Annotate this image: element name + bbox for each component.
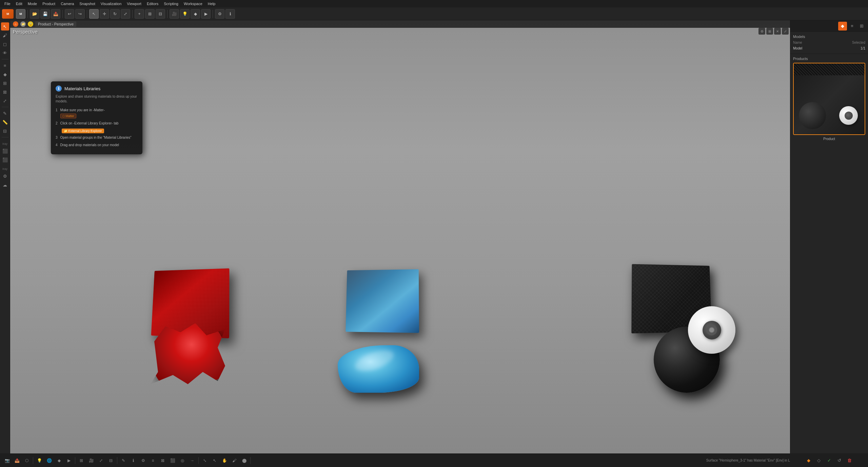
toolbar-info-btn[interactable]: ℹ: [225, 9, 235, 19]
rsb-check-btn[interactable]: ✓: [825, 456, 833, 465]
sb-extra-btn[interactable]: ◎: [178, 456, 187, 465]
viewport[interactable]: ⌂ 📁 🔒 Product - Perspective Perspective …: [10, 20, 790, 453]
tool-paint[interactable]: 🖌: [1, 31, 9, 39]
sb-annotation-btn[interactable]: ✎: [119, 456, 128, 465]
rs-model-row[interactable]: Model 1/1: [793, 46, 865, 51]
menu-workspace[interactable]: Workspace: [181, 1, 205, 6]
sb-arrow-btn[interactable]: →: [188, 456, 197, 465]
sb-texture-btn[interactable]: ⬛: [168, 456, 177, 465]
sb-env-btn[interactable]: 🌐: [45, 456, 54, 465]
materials-panel-title: Materials Libraries: [64, 86, 100, 91]
sb-mat-btn[interactable]: ◆: [55, 456, 63, 465]
mat-step-text-1: Make sure you are in -Matter-: [60, 108, 105, 113]
tool-eraser[interactable]: ◻: [1, 40, 9, 48]
menu-edit[interactable]: Edit: [14, 1, 25, 6]
tool-uv[interactable]: ⊠: [1, 88, 9, 96]
rsb-refresh-btn[interactable]: ↺: [835, 456, 844, 465]
tool-select[interactable]: ↖: [1, 22, 9, 31]
mat-step-4: 4 Drag and drop materials on your model: [56, 143, 138, 148]
toolbar-redo-btn[interactable]: ↪: [75, 9, 85, 19]
sidebar-div-2: [2, 107, 8, 107]
external-library-btn[interactable]: 📁 External Library Explorer: [62, 129, 104, 133]
rs-tab-models[interactable]: ◆: [838, 22, 847, 31]
toolbar-sep-6: [213, 10, 213, 18]
sb-object-btn[interactable]: ⬡: [22, 456, 31, 465]
sb-select-btn[interactable]: ↖: [210, 456, 219, 465]
tool-iray-4[interactable]: ☁: [1, 181, 9, 189]
sb-align-btn[interactable]: ⊟: [106, 456, 115, 465]
toolbar-camera-btn[interactable]: 🎥: [170, 9, 179, 19]
toolbar-snap-btn[interactable]: ⊞: [145, 9, 155, 19]
toolbar-settings-btn[interactable]: ⚙: [215, 9, 224, 19]
obj-blue-organic: [338, 345, 419, 393]
product-thumbnail[interactable]: [793, 63, 865, 135]
sb-layers-btn[interactable]: ≡: [149, 456, 157, 465]
menu-editors[interactable]: Editors: [144, 1, 161, 6]
sb-snap-btn[interactable]: 📷: [3, 456, 12, 465]
sb-resize-btn[interactable]: ⤡: [200, 456, 209, 465]
sb-grid-btn[interactable]: ⊞: [77, 456, 86, 465]
toolbar-light-btn[interactable]: 💡: [180, 9, 190, 19]
sb-drag-btn[interactable]: ✋: [220, 456, 229, 465]
sidebar-iray-label: Iray: [0, 142, 10, 145]
toolbar-grid-btn[interactable]: ⊟: [156, 9, 165, 19]
toolbar-select-btn[interactable]: ↖: [89, 9, 99, 19]
toolbar-open-btn[interactable]: 📂: [30, 9, 39, 19]
menu-mode[interactable]: Mode: [25, 1, 40, 6]
toolbar-rotate-btn[interactable]: ↻: [110, 9, 120, 19]
tool-materials[interactable]: ◆: [1, 70, 9, 78]
toolbar-material-btn[interactable]: ◆: [191, 9, 200, 19]
sb-export-btn[interactable]: 📤: [13, 456, 21, 465]
tool-layers[interactable]: ≡: [1, 61, 9, 70]
sb-transform-btn[interactable]: ⤢: [97, 456, 105, 465]
left-sidebar: ↖ 🖌 ◻ 👁 ≡ ◆ ⊞ ⊠ ⤢ ✎ 📏 ⊟ Iray ⬛ ⬛ Iray ⚙ …: [0, 20, 10, 453]
toolbar-render-btn[interactable]: ▶: [201, 9, 211, 19]
tool-transform[interactable]: ⤢: [1, 97, 9, 105]
menu-help[interactable]: Help: [205, 1, 218, 6]
tool-annotation[interactable]: ✎: [1, 109, 9, 117]
menu-visualization[interactable]: Visualization: [98, 1, 124, 6]
menu-product[interactable]: Product: [40, 1, 58, 6]
rs-products-title: Products: [793, 57, 865, 61]
sb-sep-2: [75, 457, 75, 464]
toolbar-undo-btn[interactable]: ↩: [65, 9, 74, 19]
menu-scripting[interactable]: Scripting: [161, 1, 181, 6]
rs-model-value: 1/1: [861, 46, 865, 50]
sb-camera-btn[interactable]: 🎥: [87, 456, 96, 465]
menu-file[interactable]: File: [2, 1, 13, 6]
toolbar-add-btn[interactable]: +: [135, 9, 144, 19]
sb-render-btn[interactable]: ▶: [64, 456, 73, 465]
tool-texture[interactable]: ⊞: [1, 79, 9, 87]
toolbar-matter-btn[interactable]: M: [16, 9, 25, 19]
sb-paint-btn[interactable]: 🖌: [230, 456, 239, 465]
menu-camera[interactable]: Camera: [58, 1, 76, 6]
toolbar-scale-btn[interactable]: ⤢: [121, 9, 130, 19]
menu-viewport[interactable]: Viewport: [124, 1, 144, 6]
sb-sep-3: [117, 457, 117, 464]
rsb-diamond-outline-btn[interactable]: ◇: [814, 456, 823, 465]
tool-align[interactable]: ⊟: [1, 127, 9, 135]
toolbar-move-btn[interactable]: ✛: [100, 9, 109, 19]
sb-mask-btn[interactable]: ⬤: [240, 456, 249, 465]
tool-iray-1[interactable]: ⬛: [1, 147, 9, 155]
sb-light-btn[interactable]: 💡: [35, 456, 44, 465]
rs-tab-layers[interactable]: ≡: [848, 22, 856, 31]
rs-tab-assets[interactable]: ⊞: [857, 22, 866, 31]
tool-iray-2[interactable]: ⬛: [1, 156, 9, 164]
toolbar-export-btn[interactable]: 📤: [51, 9, 60, 19]
rs-models-title: Models: [793, 35, 865, 39]
sb-sep-4: [198, 457, 199, 464]
toolbar-sep-1: [27, 10, 28, 18]
sb-uv-btn[interactable]: ⊠: [158, 456, 167, 465]
rsb-delete-btn[interactable]: 🗑: [845, 456, 854, 465]
tool-eye[interactable]: 👁: [1, 49, 9, 57]
sb-info-btn[interactable]: ℹ: [129, 456, 138, 465]
rsb-diamond-accent-btn[interactable]: ◆: [804, 456, 813, 465]
right-sidebar: ◆ ≡ ⊞ Models Name Selected Model 1/1 Pro…: [790, 20, 868, 453]
menu-snapshot[interactable]: Snapshot: [77, 1, 97, 6]
tool-measure[interactable]: 📏: [1, 118, 9, 126]
sb-settings-btn[interactable]: ⚙: [139, 456, 147, 465]
tool-iray-3[interactable]: ⚙: [1, 172, 9, 180]
toolbar-save-btn[interactable]: 💾: [40, 9, 50, 19]
mat-step-1: 1 Make sure you are in -Matter- ⬡ Matter: [56, 108, 138, 118]
